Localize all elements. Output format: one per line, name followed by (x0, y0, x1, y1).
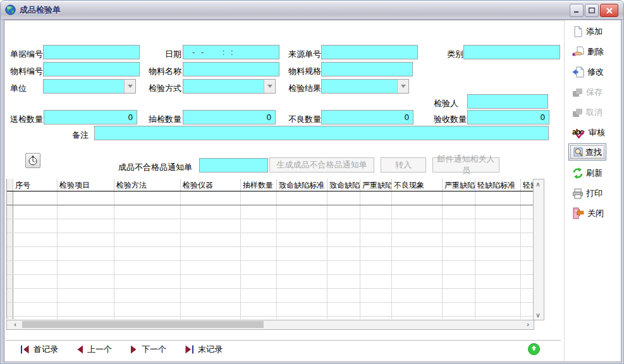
grid-cell[interactable] (277, 275, 327, 288)
timer-button[interactable] (25, 153, 40, 168)
doc-no-input[interactable] (43, 45, 140, 59)
grid-cell[interactable] (181, 247, 241, 260)
grid-cell[interactable] (181, 261, 241, 274)
table-vertical-scrollbar[interactable]: ∧ ∨ (533, 179, 544, 320)
notice-input[interactable] (199, 158, 268, 173)
grid-cell[interactable] (521, 303, 533, 316)
grid-cell[interactable] (360, 289, 392, 302)
grid-cell[interactable] (392, 233, 443, 246)
grid-cell[interactable] (277, 205, 327, 219)
grid-cell[interactable] (58, 261, 114, 274)
grid-cell[interactable] (241, 247, 277, 260)
row-selector-cell[interactable] (7, 247, 13, 260)
grid-cell[interactable] (114, 233, 181, 246)
grid-cell[interactable] (13, 261, 58, 274)
grid-cell[interactable] (58, 219, 114, 233)
grid-cell[interactable] (13, 275, 58, 288)
table-row[interactable] (7, 205, 533, 219)
grid-cell[interactable] (327, 289, 360, 302)
print-button[interactable]: 打印 (572, 188, 603, 199)
row-selector-cell[interactable] (7, 317, 13, 319)
grid-cell[interactable] (181, 219, 241, 233)
grid-cell[interactable] (114, 247, 181, 260)
grid-cell[interactable] (13, 205, 58, 219)
grid-cell[interactable] (327, 233, 360, 246)
grid-cell[interactable] (443, 205, 475, 219)
grid-cell[interactable] (443, 247, 475, 260)
unit-combo[interactable] (43, 79, 136, 94)
table-horizontal-scrollbar[interactable]: ‹ › (6, 320, 534, 330)
chevron-down-icon[interactable] (397, 80, 408, 93)
table-row[interactable] (7, 289, 533, 303)
material-no-input[interactable] (43, 62, 140, 76)
grid-cell[interactable] (114, 303, 181, 316)
grid-cell[interactable] (58, 303, 114, 316)
table-row[interactable] (7, 233, 533, 247)
green-refresh-icon[interactable] (527, 343, 541, 356)
grid-cell[interactable] (58, 289, 114, 302)
scrollbar-thumb[interactable] (22, 321, 264, 328)
grid-cell[interactable] (392, 289, 443, 302)
close-button[interactable] (600, 4, 618, 17)
grid-cell[interactable] (277, 219, 327, 233)
save-button[interactable]: 保存 (572, 87, 603, 98)
scroll-right-icon[interactable]: › (523, 320, 532, 329)
grid-cell[interactable] (392, 247, 443, 260)
grid-cell[interactable] (360, 275, 392, 288)
grid-cell[interactable] (58, 205, 114, 219)
first-record-button[interactable]: 首记录 (20, 344, 58, 355)
table-row[interactable] (7, 191, 533, 205)
row-selector-cell[interactable] (7, 219, 13, 233)
grid-cell[interactable] (443, 191, 475, 205)
grid-cell[interactable] (327, 219, 360, 233)
inspect-method-combo[interactable] (183, 79, 276, 94)
next-record-button[interactable]: 下一个 (130, 344, 166, 355)
grid-cell[interactable] (114, 219, 181, 233)
table-row[interactable] (7, 219, 533, 233)
row-selector-cell[interactable] (7, 191, 13, 205)
table-row[interactable] (7, 247, 533, 261)
scroll-up-icon[interactable]: ∧ (534, 179, 542, 189)
grid-cell[interactable] (360, 317, 392, 319)
grid-cell[interactable] (392, 191, 443, 205)
grid-cell[interactable] (277, 191, 327, 205)
grid-cell[interactable] (181, 191, 241, 205)
row-selector-cell[interactable] (7, 205, 13, 219)
table-row[interactable] (7, 275, 533, 289)
grid-cell[interactable] (327, 317, 360, 319)
grid-cell[interactable] (13, 191, 58, 205)
sample-qty-input[interactable] (183, 110, 276, 124)
maximize-button[interactable] (585, 4, 599, 17)
grid-cell[interactable] (58, 191, 114, 205)
grid-cell[interactable] (475, 233, 521, 246)
grid-cell[interactable] (392, 261, 443, 274)
grid-cell[interactable] (475, 317, 521, 319)
email-notify-button[interactable]: 邮件通知相关人员 (432, 157, 499, 173)
grid-cell[interactable] (443, 317, 475, 319)
chevron-down-icon[interactable] (124, 80, 135, 93)
grid-cell[interactable] (521, 247, 533, 260)
grid-cell[interactable] (475, 303, 521, 316)
grid-cell[interactable] (327, 247, 360, 260)
grid-cell[interactable] (114, 191, 181, 205)
grid-cell[interactable] (114, 275, 181, 288)
material-name-input[interactable] (183, 62, 279, 76)
modify-button[interactable]: 修改 (572, 66, 604, 78)
remark-input[interactable] (94, 126, 549, 140)
grid-cell[interactable] (58, 247, 114, 260)
grid-cell[interactable] (360, 247, 392, 260)
inspect-result-combo[interactable] (321, 79, 409, 94)
grid-cell[interactable] (392, 317, 443, 319)
last-record-button[interactable]: 末记录 (185, 344, 223, 355)
row-selector-cell[interactable] (7, 303, 13, 316)
grid-cell[interactable] (277, 261, 327, 274)
grid-cell[interactable] (360, 303, 392, 316)
table-row[interactable] (7, 317, 533, 319)
accept-qty-input[interactable] (467, 110, 549, 124)
grid-cell[interactable] (181, 205, 241, 219)
row-selector-cell[interactable] (7, 289, 13, 302)
grid-cell[interactable] (13, 289, 58, 302)
grid-cell[interactable] (327, 275, 360, 288)
grid-cell[interactable] (327, 303, 360, 316)
grid-cell[interactable] (360, 219, 392, 233)
